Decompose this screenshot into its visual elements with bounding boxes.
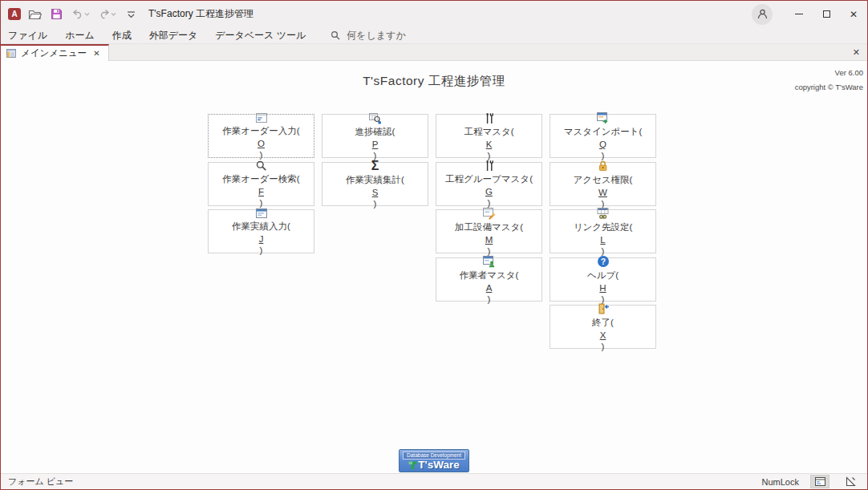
sigma-icon: Σ: [371, 160, 379, 172]
tsware-logo: Database Development T'sWare: [399, 449, 469, 472]
tell-me-search[interactable]: 何をしますか: [331, 29, 405, 43]
button-work-order-entry[interactable]: 作業オーダー入力(O): [208, 114, 314, 158]
copyright-label: copyright © T'sWare: [795, 80, 863, 95]
tools-icon: [484, 112, 495, 124]
lock-icon: [597, 160, 609, 172]
button-process-group-master[interactable]: 工程グループマスタ(G): [436, 162, 542, 206]
tsware-t-icon: [408, 461, 417, 470]
tell-me-label: 何をしますか: [347, 29, 405, 43]
statusbar-view-label: フォーム ビュー: [8, 476, 73, 488]
button-equipment-master[interactable]: 加工設備マスタ(M): [436, 209, 542, 253]
worker-form-icon: [482, 255, 496, 268]
window-title: T'sFactory 工程進捗管理: [148, 7, 254, 21]
access-logo-icon[interactable]: A: [8, 8, 21, 20]
design-view-button[interactable]: [841, 475, 860, 488]
save-icon[interactable]: [48, 6, 64, 23]
button-progress-check[interactable]: 進捗確認(P): [322, 114, 428, 158]
account-icon[interactable]: [752, 4, 773, 25]
button-work-results-entry[interactable]: 作業実績入力(J): [208, 209, 314, 253]
table-search-icon: [368, 111, 382, 124]
customize-qat-icon[interactable]: [123, 6, 139, 23]
form-icon: [6, 49, 16, 58]
statusbar: フォーム ビュー NumLock: [1, 473, 867, 489]
button-exit[interactable]: 終了(X): [550, 305, 656, 349]
exit-door-icon: [597, 302, 610, 315]
version-block: Ver 6.00 copyright © T'sWare: [795, 66, 863, 95]
form-content: T'sFactory 工程進捗管理 Ver 6.00 copyright © T…: [1, 61, 867, 473]
button-work-results-total[interactable]: Σ 作業実績集計(S): [322, 162, 428, 206]
tab-close-icon[interactable]: ✕: [91, 49, 101, 59]
button-access-rights[interactable]: アクセス権限(W): [550, 162, 656, 206]
version-label: Ver 6.00: [795, 66, 863, 80]
link-table-icon: [596, 207, 610, 220]
numlock-indicator: NumLock: [762, 477, 799, 487]
ribbon-tab-bar: ファイル ホーム 作成 外部データ データベース ツール 何をしますか: [1, 27, 867, 44]
tab-external-data[interactable]: 外部データ: [140, 27, 207, 43]
titlebar-controls: ✕: [752, 1, 867, 27]
document-tabstrip: メインメニュー ✕ ✕: [1, 44, 867, 61]
search-icon: [331, 30, 340, 40]
form-icon: [255, 208, 268, 219]
form-icon: [255, 112, 268, 124]
help-icon: ?: [597, 255, 610, 268]
titlebar: A T'sFactory 工程進捗管理 ✕: [1, 1, 867, 27]
logo-name: T'sWare: [418, 460, 459, 472]
minimize-button[interactable]: [785, 1, 813, 27]
access-window: A T'sFactory 工程進捗管理 ✕: [0, 0, 868, 490]
button-link-settings[interactable]: リンク先設定(L): [550, 209, 656, 253]
machine-form-icon: [482, 207, 496, 220]
button-work-order-search[interactable]: 作業オーダー検索(F): [208, 162, 314, 206]
minimize-icon: [795, 14, 803, 14]
svg-text:?: ?: [600, 256, 605, 265]
close-button[interactable]: ✕: [840, 1, 867, 27]
open-folder-icon[interactable]: [26, 6, 43, 23]
undo-icon[interactable]: [70, 6, 91, 23]
form-view-icon: [815, 477, 825, 486]
form-close-icon[interactable]: ✕: [850, 47, 862, 59]
button-worker-master[interactable]: 作業者マスタ(A): [436, 257, 542, 302]
maximize-button[interactable]: [813, 1, 840, 27]
design-view-icon: [846, 476, 856, 487]
tab-label: メインメニュー: [21, 47, 87, 59]
tab-main-menu[interactable]: メインメニュー ✕: [1, 44, 109, 61]
tab-database-tools[interactable]: データベース ツール: [206, 27, 314, 43]
button-master-import[interactable]: マスタインポート(Q): [550, 114, 656, 158]
button-help[interactable]: ? ヘルプ(H): [550, 257, 656, 302]
page-title: T'sFactory 工程進捗管理: [1, 73, 867, 90]
tab-home[interactable]: ホーム: [56, 27, 103, 43]
tab-file[interactable]: ファイル: [1, 27, 56, 43]
quick-access-toolbar: A: [1, 6, 139, 23]
form-view-button[interactable]: [810, 475, 829, 488]
maximize-icon: [823, 10, 830, 18]
tab-create[interactable]: 作成: [103, 27, 140, 43]
menu-button-grid: 作業オーダー入力(O) 作業オーダー検索(F) 作業実績入力(J) 進捗確認(P…: [208, 114, 656, 349]
redo-icon[interactable]: [96, 6, 117, 23]
button-process-master[interactable]: 工程マスタ(K): [436, 114, 542, 158]
tools-icon: [484, 160, 495, 172]
search-icon: [255, 160, 267, 172]
import-form-icon: [596, 111, 610, 124]
